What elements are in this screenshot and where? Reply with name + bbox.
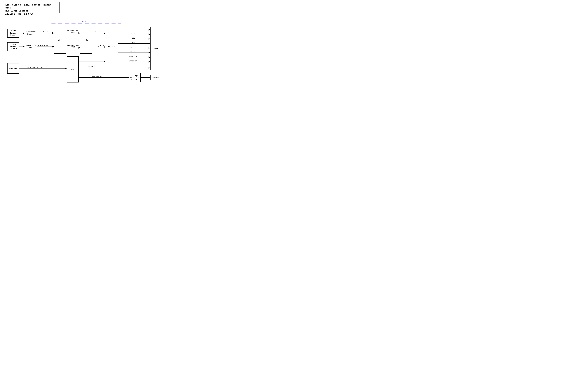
- label-speaker-pin: SPEAKER_PIN: [92, 76, 103, 78]
- tim-label: TIM: [71, 68, 74, 71]
- comparator-right-label: Comparator Circuit: [25, 44, 36, 49]
- label-piezo-right: PIEZO_RIGHT: [38, 44, 49, 46]
- title-line-2: MCU Block Diagram: [5, 10, 57, 12]
- title-line-1: E155 MicroPs Final Project: Rhythm Game: [5, 3, 57, 10]
- label-user-right: USER_RIGHT: [94, 45, 104, 47]
- mcu-label: MCU: [82, 21, 86, 23]
- label-gameover: gameover: [129, 60, 137, 62]
- label-piezo-left: PIEZO_LEFT: [39, 31, 49, 32]
- label-adc-dr-ch15: [7:0]ADC1_DR, CH15: [66, 30, 80, 33]
- label-notemap-sig: (Duration, pitch): [26, 66, 43, 68]
- label-missL: missL: [130, 46, 136, 48]
- title-line-3: Allison Tsai, 12/8/23: [5, 12, 57, 16]
- title-box: E155 MicroPs Final Project: Rhythm Game …: [3, 2, 60, 13]
- speaker-amp-label: Speaker Amplifier Circuit: [130, 74, 140, 81]
- label-beatclk: beatCLK: [88, 66, 95, 68]
- block-comparator-right: Comparator Circuit: [25, 43, 37, 50]
- label-user-left: USER_LEFT: [95, 31, 104, 33]
- block-speaker-amp: Speaker Amplifier Circuit: [130, 73, 141, 82]
- piezo-left-bold: Piezo Sensor: [10, 30, 16, 34]
- piezo-right-bold: Piezo Sensor: [10, 43, 16, 48]
- note-map-label: Note Map: [9, 67, 17, 70]
- label-hitL: hitL: [131, 37, 135, 39]
- piezo-left-plain: (Left): [10, 34, 16, 36]
- block-note-map: Note Map: [7, 63, 19, 73]
- comparator-left-label: Comparator Circuit: [25, 31, 36, 35]
- block-speaker: Speaker: [150, 75, 162, 80]
- dma-label: DMA: [85, 39, 88, 41]
- main-c-label: main.c: [108, 45, 115, 48]
- block-dma: DMA: [80, 27, 92, 53]
- speaker-label: Speaker: [152, 76, 160, 79]
- label-missR: missR: [130, 51, 136, 53]
- label-beatR: beatR: [130, 32, 136, 34]
- adc-label: ADC: [58, 39, 62, 41]
- block-piezo-right: Piezo Sensor (Right): [7, 42, 19, 51]
- block-adc: ADC: [54, 27, 66, 53]
- block-fpga: FPGA: [150, 27, 162, 70]
- block-piezo-left: Piezo Sensor (Left): [7, 29, 19, 38]
- diagram-canvas: E155 MicroPs Final Project: Rhythm Game …: [0, 0, 171, 96]
- label-hitR: hitR: [131, 42, 135, 44]
- label-adc-dr-ch16: [7:0]ADC1_DR, CH16: [66, 44, 80, 48]
- fpga-label: FPGA: [154, 47, 158, 50]
- label-round: round[1:0]: [128, 55, 138, 57]
- label-beatL: beatL: [130, 28, 136, 30]
- piezo-right-plain: (Right): [10, 48, 17, 50]
- block-tim: TIM: [67, 56, 79, 83]
- block-main-c: main.c: [106, 27, 117, 66]
- block-comparator-left: Comparator Circuit: [25, 30, 37, 37]
